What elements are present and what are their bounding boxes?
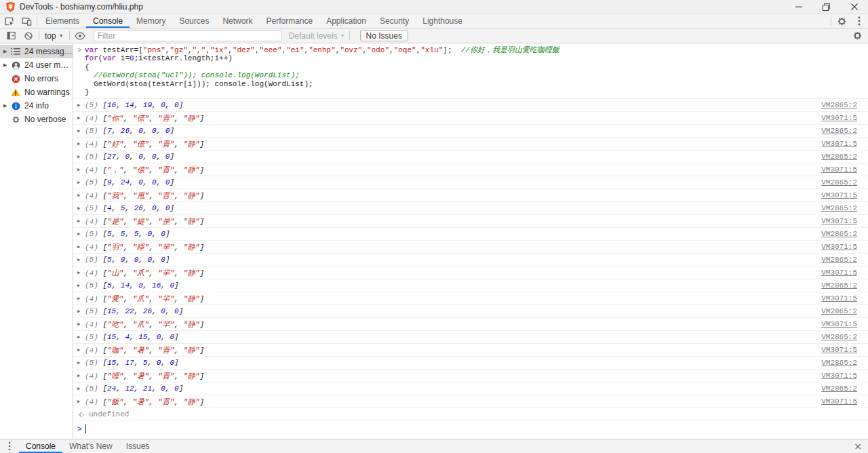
sidebar-item-24-info[interactable]: ▶24 info <box>0 99 73 113</box>
disclosure-triangle-icon[interactable]: ▶ <box>77 205 85 211</box>
disclosure-triangle-icon[interactable]: ▶ <box>77 167 85 172</box>
prompt-row[interactable]: > <box>73 421 868 433</box>
sidebar-item-no-verbose[interactable]: No verbose <box>0 113 73 126</box>
disclosure-triangle-icon[interactable]: ▶ <box>77 115 85 121</box>
array-preview: (4) ["好", "倷", "晋", "静"] <box>85 139 204 149</box>
disclosure-triangle-icon[interactable]: ▶ <box>77 309 85 314</box>
console-log-row: ▶(4) ["吃", "爪", "羋", "静"]VM3071:5 <box>73 318 868 331</box>
drawer-tab-what-s-new[interactable]: What's New <box>62 439 119 453</box>
disclosure-triangle-icon[interactable]: ▶ <box>77 244 85 250</box>
disclosure-triangle-icon[interactable]: ▶ <box>77 231 85 237</box>
tab-lighthouse[interactable]: Lighthouse <box>416 14 469 28</box>
source-link[interactable]: VM3071:5 <box>821 372 868 380</box>
disclosure-triangle-icon[interactable]: ▶ <box>77 128 85 134</box>
tab-sources[interactable]: Sources <box>172 14 216 28</box>
drawer-menu-button[interactable] <box>0 439 19 453</box>
console-settings-button[interactable] <box>848 31 866 41</box>
source-link[interactable]: VM2865:2 <box>821 359 868 367</box>
source-link[interactable]: VM3071:5 <box>821 165 868 174</box>
source-link[interactable]: VM3071:5 <box>821 217 868 225</box>
context-selector[interactable]: top ▼ <box>41 31 68 41</box>
device-toolbar-button[interactable] <box>18 14 35 28</box>
text-cursor <box>85 425 86 433</box>
issues-button[interactable]: No Issues <box>360 30 408 41</box>
source-link[interactable]: VM3071:5 <box>821 114 868 122</box>
source-link[interactable]: VM2865:2 <box>821 281 868 290</box>
expand-arrow-icon[interactable]: ▶ <box>3 49 11 54</box>
error-icon <box>11 74 20 83</box>
disclosure-triangle-icon[interactable]: ▶ <box>77 193 85 198</box>
source-link[interactable]: VM3071:5 <box>821 320 868 328</box>
inspect-button[interactable] <box>0 14 18 28</box>
drawer-close-button[interactable]: × <box>848 439 868 453</box>
disclosure-triangle-icon[interactable]: ▶ <box>77 399 85 404</box>
minimize-button[interactable] <box>785 0 812 14</box>
disclosure-triangle-icon[interactable]: ▶ <box>77 321 85 327</box>
disclosure-triangle-icon[interactable]: ▶ <box>77 386 85 391</box>
tab-performance[interactable]: Performance <box>259 14 319 28</box>
source-link[interactable]: VM3071:5 <box>821 294 868 302</box>
console-sidebar-toggle-button[interactable] <box>2 31 20 41</box>
live-expression-button[interactable] <box>71 32 89 40</box>
disclosure-triangle-icon[interactable]: ▶ <box>77 334 85 340</box>
main-menu-button[interactable] <box>850 14 868 28</box>
source-link[interactable]: VM3071:5 <box>821 191 868 199</box>
sidebar-item-24-user-messages[interactable]: ▶24 user messages <box>0 58 73 72</box>
source-link[interactable]: VM2865:2 <box>821 230 868 238</box>
source-link[interactable]: VM2865:2 <box>821 385 868 393</box>
disclosure-triangle-icon[interactable]: ▶ <box>77 360 85 366</box>
restore-button[interactable] <box>812 0 840 14</box>
disclosure-triangle-icon[interactable]: ▶ <box>77 102 85 108</box>
console-log-row: ▶(5) [5, 5, 5, 0, 0]VM2865:2 <box>73 228 868 241</box>
source-link[interactable]: VM2865:2 <box>821 101 868 109</box>
source-link[interactable]: VM2865:2 <box>821 307 868 315</box>
source-link[interactable]: VM3071:5 <box>821 269 868 277</box>
clear-console-button[interactable] <box>20 31 37 41</box>
sidebar-item-24-messages[interactable]: ▶24 messages <box>0 45 73 58</box>
tab-network[interactable]: Network <box>216 14 259 28</box>
divider <box>349 31 350 40</box>
command-line: //GetWord(stoa("ucl")); console.log(Word… <box>73 71 868 79</box>
restore-icon <box>823 3 830 11</box>
source-link[interactable]: VM2865:2 <box>821 333 868 341</box>
source-link[interactable]: VM3071:5 <box>821 243 868 251</box>
close-button[interactable] <box>840 0 868 14</box>
disclosure-triangle-icon[interactable]: ▶ <box>77 141 85 146</box>
source-link[interactable]: VM2865:2 <box>821 204 868 212</box>
source-link[interactable]: VM3071:5 <box>821 346 868 354</box>
tab-application[interactable]: Application <box>319 14 373 28</box>
disclosure-triangle-icon[interactable]: ▶ <box>77 218 85 224</box>
filter-input[interactable] <box>94 31 282 41</box>
levels-dropdown[interactable]: Default levels ▼ <box>289 31 345 41</box>
source-link[interactable]: VM2865:2 <box>821 178 868 186</box>
source-link[interactable]: VM2865:2 <box>821 256 868 264</box>
disclosure-triangle-icon[interactable]: ▶ <box>77 373 85 378</box>
console-log-row: ▶(5) [15, 22, 26, 0, 0]VM2865:2 <box>73 305 868 318</box>
tab-console[interactable]: Console <box>86 14 130 28</box>
source-link[interactable]: VM2865:2 <box>821 127 868 135</box>
drawer-tab-issues[interactable]: Issues <box>119 439 157 453</box>
source-link[interactable]: VM3071:5 <box>821 140 868 148</box>
tab-elements[interactable]: Elements <box>39 14 86 28</box>
source-link[interactable]: VM3071:5 <box>821 397 868 406</box>
disclosure-triangle-icon[interactable]: ▶ <box>77 257 85 262</box>
console-log-row: ▶(4) ["飯", "暑", "晋", "静"]VM3071:5 <box>73 395 868 408</box>
array-preview: (5) [5, 14, 8, 16, 0] <box>85 281 179 290</box>
expand-arrow-icon[interactable]: ▶ <box>3 103 11 109</box>
disclosure-triangle-icon[interactable]: ▶ <box>77 283 85 288</box>
expand-arrow-icon[interactable]: ▶ <box>3 62 11 68</box>
disclosure-triangle-icon[interactable]: ▶ <box>77 180 85 185</box>
sidebar-item-no-errors[interactable]: No errors <box>0 72 73 85</box>
source-link[interactable]: VM2865:2 <box>821 153 868 161</box>
disclosure-triangle-icon[interactable]: ▶ <box>77 347 85 353</box>
disclosure-triangle-icon[interactable]: ▶ <box>77 154 85 159</box>
sidebar-item-no-warnings[interactable]: No warnings <box>0 85 73 99</box>
drawer-tab-console[interactable]: Console <box>19 439 62 453</box>
tab-security[interactable]: Security <box>373 14 416 28</box>
close-icon <box>851 3 858 10</box>
settings-button[interactable] <box>833 14 850 28</box>
tab-memory[interactable]: Memory <box>130 14 172 28</box>
disclosure-triangle-icon[interactable]: ▶ <box>77 270 85 275</box>
disclosure-triangle-icon[interactable]: ▶ <box>77 296 85 301</box>
messages-list-icon <box>11 47 20 56</box>
